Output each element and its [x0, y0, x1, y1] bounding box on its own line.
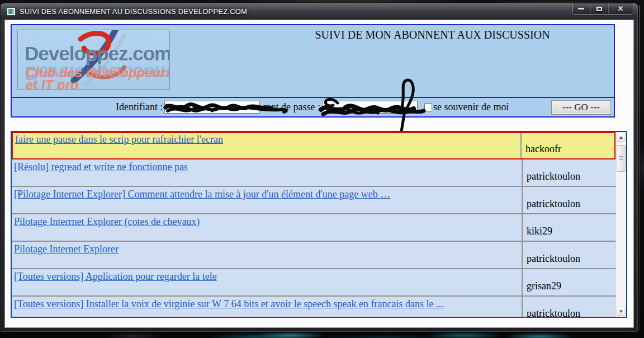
- thread-link[interactable]: [Pilotage Internet Explorer] Comment att…: [14, 189, 390, 200]
- thread-author: patricktoulon: [523, 159, 615, 186]
- window-controls: ✕: [572, 3, 633, 15]
- thread-link[interactable]: [Toutes versions] Installer la voix de v…: [14, 298, 444, 309]
- logo-wordmark: Developpez.com: [25, 43, 170, 65]
- thread-author: patricktoulon: [523, 187, 615, 213]
- thread-row: Pilotage Interrnet Explorer (cotes de ch…: [12, 214, 615, 242]
- thread-title-cell: Pilotage Interrnet Explorer (cotes de ch…: [12, 214, 523, 241]
- close-button[interactable]: ✕: [608, 3, 633, 14]
- client-area: Developpez.com Developpez.com Club des d…: [4, 20, 634, 328]
- login-bar: Identifiant : mot de passe :: [12, 97, 614, 116]
- thread-title-cell: faire une pause dans le scrip pour rafra…: [13, 133, 522, 158]
- logo-subtitle-line2: et IT pro: [26, 77, 79, 90]
- thread-author: hackoofr: [522, 133, 614, 158]
- password-label: mot de passe :: [263, 101, 320, 113]
- thread-row: [Pilotage Internet Explorer] Comment att…: [12, 187, 615, 214]
- thread-author: patricktoulon: [523, 242, 615, 268]
- page-title: SUIVI DE MON ABONNENT AUX DISCUSSION: [252, 29, 613, 41]
- minimize-icon: [578, 8, 584, 10]
- go-button[interactable]: --- GO ---: [551, 100, 611, 115]
- thread-title-cell: [Toutes versions] Installer la voix de v…: [12, 297, 523, 317]
- scroll-up-icon: ▲: [618, 135, 624, 140]
- thread-row: faire une pause dans le scrip pour rafra…: [12, 132, 615, 159]
- thread-title-cell: [Toutes versions] Application pour regar…: [12, 269, 523, 295]
- thread-author: grisan29: [523, 269, 615, 295]
- header-panel: Developpez.com Developpez.com Club des d…: [11, 24, 615, 118]
- close-icon: ✕: [618, 5, 624, 12]
- identifiant-label: Identifiant :: [116, 101, 163, 113]
- threads-list: faire une pause dans le scrip pour rafra…: [12, 132, 615, 317]
- scroll-down-button[interactable]: ▼: [617, 307, 626, 316]
- thread-link[interactable]: Pilotage Internet Explorer: [14, 243, 119, 255]
- thread-author: patricktoulon: [523, 297, 615, 317]
- maximize-button[interactable]: [590, 3, 608, 14]
- password-field-wrap: [322, 101, 418, 114]
- thread-row: [Résolu] regread et write ne fonctionne …: [12, 159, 615, 187]
- title-bar[interactable]: SUIVI DES ABONNEMENT AU DISCUSSIONS DEVE…: [1, 3, 638, 20]
- app-window: SUIVI DES ABONNEMENT AU DISCUSSIONS DEVE…: [0, 3, 638, 332]
- thread-title-cell: [Résolu] regread et write ne fonctionne …: [12, 159, 523, 186]
- scroll-up-button[interactable]: ▲: [617, 133, 626, 142]
- remember-me-label: se souvenir de moi: [433, 101, 509, 113]
- thread-row: [Toutes versions] Installer la voix de v…: [12, 297, 615, 317]
- password-input[interactable]: [322, 101, 418, 114]
- thread-link[interactable]: [Résolu] regread et write ne fonctionne …: [14, 161, 188, 172]
- thread-link[interactable]: Pilotage Interrnet Explorer (cotes de ch…: [14, 216, 200, 227]
- identifiant-input[interactable]: [164, 101, 260, 114]
- scrollbar-thumb[interactable]: [617, 145, 626, 172]
- thread-title-cell: [Pilotage Internet Explorer] Comment att…: [12, 187, 523, 213]
- thread-title-cell: Pilotage Internet Explorer: [12, 242, 523, 268]
- thread-row: Pilotage Internet Explorer patricktoulon: [12, 242, 615, 269]
- threads-table: faire une pause dans le scrip pour rafra…: [11, 131, 627, 318]
- thread-author: kiki29: [523, 214, 615, 241]
- window-title: SUIVI DES ABONNEMENT AU DISCUSSIONS DEVE…: [20, 7, 247, 16]
- maximize-icon: [596, 7, 602, 11]
- minimize-button[interactable]: [572, 3, 590, 14]
- desktop-edge-highlight: [639, 6, 640, 330]
- app-icon: [7, 7, 16, 16]
- identifiant-field-wrap: [164, 101, 260, 114]
- thread-link[interactable]: faire une pause dans le scrip pour rafra…: [15, 134, 223, 145]
- developpez-logo: Developpez.com Developpez.com Club des d…: [17, 30, 170, 90]
- thread-link[interactable]: [Toutes versions] Application pour regar…: [14, 271, 217, 282]
- scroll-down-icon: ▼: [618, 309, 624, 314]
- thread-row: [Toutes versions] Application pour regar…: [12, 269, 615, 297]
- vertical-scrollbar[interactable]: ▲ ▼: [615, 132, 626, 317]
- remember-me-checkbox[interactable]: [424, 104, 432, 111]
